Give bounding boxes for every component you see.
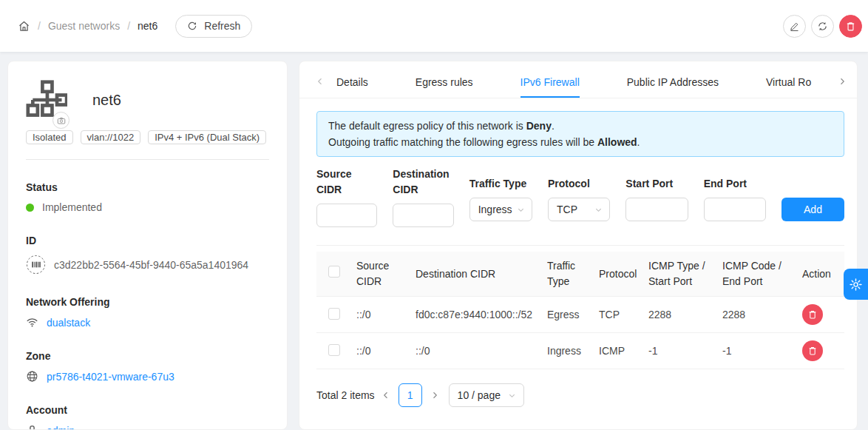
traffic-type-label: Traffic Type (469, 167, 532, 198)
chevron-down-icon (508, 392, 516, 400)
tag-stack: IPv4 + IPv6 (Dual Stack) (148, 130, 266, 144)
protocol-label: Protocol (548, 167, 610, 198)
tab-egress-rules[interactable]: Egress rules (416, 69, 473, 98)
sync-icon (817, 21, 828, 32)
col-destination-cidr: Destination CIDR (410, 252, 541, 297)
col-protocol: Protocol (593, 252, 642, 297)
policy-deny: Deny (526, 120, 552, 132)
tag-vlan: vlan://1022 (81, 130, 141, 144)
field-network-offering: Network Offering dualstack (26, 296, 269, 329)
upload-icon-button[interactable] (52, 112, 69, 129)
source-cidr-input[interactable] (316, 204, 377, 227)
col-traffic-type: Traffic Type (541, 252, 593, 297)
pagination-next-icon[interactable] (430, 391, 439, 400)
end-port-input[interactable] (704, 198, 766, 221)
source-cidr-label: Source CIDR (316, 167, 377, 204)
egress-policy-alert: The default egress policy of this networ… (316, 111, 844, 157)
chevron-down-icon (594, 206, 603, 214)
breadcrumb-separator: / (38, 20, 41, 32)
globe-icon (26, 370, 38, 383)
refresh-button[interactable]: Refresh (175, 15, 252, 38)
table-row: ::/0 fd0c:c87e:9440:1000::/52 Egress TCP… (316, 297, 844, 333)
destination-cidr-label: Destination CIDR (393, 167, 453, 204)
end-port-label: End Port (704, 167, 766, 198)
topbar: / Guest networks / net6 Refresh (0, 0, 868, 52)
tab-public-ip-addresses[interactable]: Public IP Addresses (627, 69, 719, 98)
divider (26, 159, 269, 160)
table-header-row: Source CIDR Destination CIDR Traffic Typ… (316, 252, 844, 297)
table-row: ::/0 ::/0 Ingress ICMP -1 -1 (316, 333, 844, 369)
field-id: ID c3d22bb2-5564-45bf-9440-65a5a1401964 (26, 235, 269, 275)
refresh-label: Refresh (204, 20, 240, 32)
reload-icon (187, 21, 197, 31)
gear-icon (849, 278, 863, 292)
start-port-input[interactable] (625, 198, 688, 221)
edit-button[interactable] (783, 15, 806, 38)
user-icon (26, 424, 38, 430)
detail-panel: Details Egress rules IPv6 Firewall Publi… (299, 61, 858, 430)
start-port-label: Start Port (625, 167, 688, 198)
add-rule-button[interactable]: Add (781, 198, 844, 221)
status-value: Implemented (42, 201, 102, 213)
add-rule-form: Source CIDR Destination CIDR Traffic Typ… (316, 167, 844, 227)
page-size-select[interactable]: 10 / page (449, 383, 524, 407)
page-title: net6 (92, 92, 121, 109)
col-source-cidr: Source CIDR (350, 252, 410, 297)
zone-link[interactable]: pr5786-t4021-vmware-67u3 (47, 371, 174, 383)
col-icmp-type: ICMP Type / Start Port (642, 252, 716, 297)
delete-rule-button[interactable] (802, 340, 823, 361)
account-link[interactable]: admin (47, 425, 75, 430)
trash-icon (807, 346, 818, 356)
breadcrumb: / Guest networks / net6 Refresh (18, 15, 252, 38)
resource-tags: Isolated vlan://1022 IPv4 + IPv6 (Dual S… (26, 130, 269, 144)
resource-header: net6 (26, 79, 269, 121)
restart-network-button[interactable] (811, 15, 834, 38)
resource-id-value: c3d22bb2-5564-45bf-9440-65a5a1401964 (54, 259, 248, 271)
breadcrumb-current: net6 (138, 20, 157, 32)
barcode-icon (26, 255, 46, 275)
network-offering-link[interactable]: dualstack (47, 317, 90, 329)
divider (316, 245, 844, 246)
breadcrumb-separator: / (127, 20, 130, 32)
settings-drawer-button[interactable] (844, 269, 868, 300)
pagination-total: Total 2 items (316, 389, 375, 401)
row-checkbox[interactable] (328, 344, 340, 356)
policy-allowed: Allowed (597, 136, 637, 148)
home-icon[interactable] (18, 20, 30, 33)
pagination-page-1[interactable]: 1 (399, 383, 422, 407)
wifi-icon (26, 316, 38, 329)
tab-ipv6-firewall[interactable]: IPv6 Firewall (521, 69, 580, 98)
row-checkbox[interactable] (328, 308, 340, 320)
trash-icon (845, 21, 856, 32)
topbar-actions (783, 15, 862, 38)
tag-isolated: Isolated (26, 130, 73, 144)
breadcrumb-guest-networks[interactable]: Guest networks (48, 20, 120, 32)
field-status: Status Implemented (26, 181, 269, 213)
traffic-type-select[interactable]: Ingress (469, 198, 532, 221)
field-account: Account admin (26, 404, 269, 430)
tab-virtual-routers[interactable]: Virtual Ro (766, 69, 811, 98)
pencil-icon (789, 21, 800, 32)
tabs-scroll-left-icon[interactable] (316, 77, 325, 86)
delete-network-button[interactable] (839, 15, 862, 38)
tab-details[interactable]: Details (336, 69, 368, 98)
content-area: net6 Isolated vlan://1022 IPv4 + IPv6 (D… (0, 52, 868, 430)
tabs-scroll-right-icon[interactable] (838, 77, 847, 86)
col-icmp-code: ICMP Code / End Port (716, 252, 796, 297)
pagination-prev-icon[interactable] (382, 391, 390, 400)
destination-cidr-input[interactable] (393, 204, 453, 227)
col-action: Action (796, 252, 844, 297)
protocol-select[interactable]: TCP (548, 198, 610, 221)
field-zone: Zone pr5786-t4021-vmware-67u3 (26, 350, 269, 383)
chevron-down-icon (517, 206, 525, 214)
select-all-checkbox[interactable] (328, 266, 340, 278)
camera-icon (57, 116, 66, 125)
pagination: Total 2 items 1 10 / page (316, 383, 844, 407)
rules-table: Source CIDR Destination CIDR Traffic Typ… (316, 252, 844, 369)
resource-sidebar: net6 Isolated vlan://1022 IPv4 + IPv6 (D… (7, 61, 288, 430)
trash-icon (807, 309, 818, 320)
tabs-bar: Details Egress rules IPv6 Firewall Publi… (299, 61, 857, 98)
status-dot-icon (26, 204, 34, 212)
delete-rule-button[interactable] (802, 304, 823, 325)
